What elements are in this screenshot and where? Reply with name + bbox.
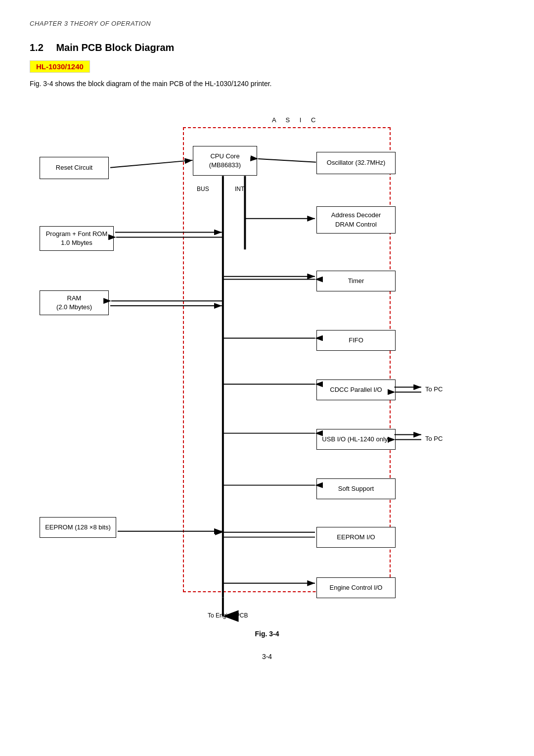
page: CHAPTER 3 THEORY OF OPERATION 1.2 Main P… — [0, 0, 534, 756]
reset-circuit-block: Reset Circuit — [40, 157, 109, 179]
to-engine-label: To Engine PCB — [208, 612, 248, 619]
ram-block: RAM (2.0 Mbytes) — [40, 290, 109, 315]
eeprom-io-block: EEPROM I/O — [316, 527, 396, 548]
to-pc-1: To PC — [425, 385, 443, 393]
usb-block: USB I/O (HL-1240 only) — [316, 429, 396, 450]
asic-border — [183, 127, 391, 592]
engine-control-block: Engine Control I/O — [316, 577, 396, 598]
program-rom-block: Program + Font ROM 1.0 Mbytes — [40, 226, 114, 251]
section-number: 1.2 — [30, 42, 44, 53]
diagram-area: A S I C Reset Circuit CPU Core (MB86833)… — [30, 102, 504, 622]
description: Fig. 3-4 shows the block diagram of the … — [30, 80, 504, 88]
figure-caption: Fig. 3-4 — [30, 630, 504, 638]
fifo-block: FIFO — [316, 330, 396, 351]
cdcc-block: CDCC Parallel I/O — [316, 379, 396, 400]
hl-badge: HL-1030/1240 — [30, 60, 90, 73]
asic-label: A S I C — [272, 116, 319, 124]
svg-line-3 — [110, 160, 192, 168]
section-title: 1.2 Main PCB Block Diagram — [30, 42, 504, 53]
oscillator-block: Oscillator (32.7MHz) — [316, 152, 396, 174]
bus-label: BUS — [197, 186, 209, 192]
int-label: INT — [235, 186, 244, 192]
timer-block: Timer — [316, 271, 396, 291]
soft-support-block: Soft Support — [316, 478, 396, 499]
address-decoder-block: Address Decoder DRAM Control — [316, 206, 396, 234]
page-number: 3-4 — [30, 653, 504, 661]
eeprom-ext-block: EEPROM (128 ×8 bits) — [40, 517, 116, 538]
section-title-text: Main PCB Block Diagram — [56, 42, 174, 53]
to-pc-2: To PC — [425, 435, 443, 442]
cpu-core-block: CPU Core (MB86833) — [193, 146, 257, 176]
chapter-header: CHAPTER 3 THEORY OF OPERATION — [30, 20, 504, 27]
